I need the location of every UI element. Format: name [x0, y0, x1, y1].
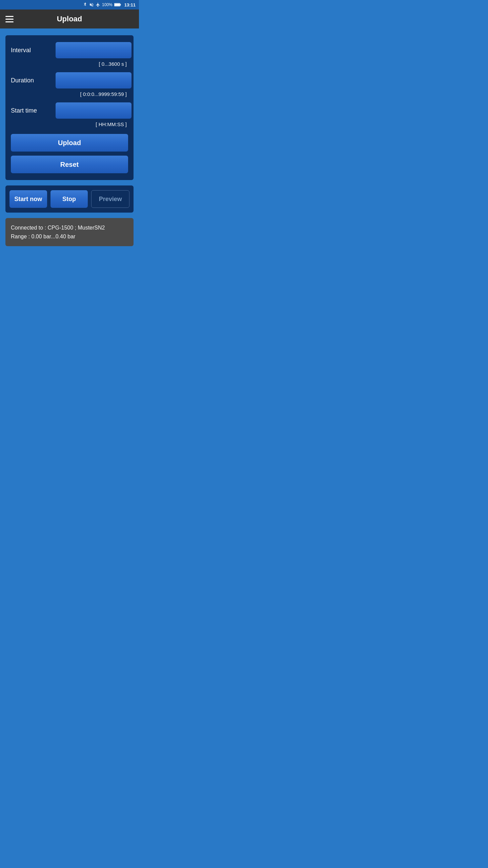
duration-hint: [ 0:0:0...9999:59:59 ]	[11, 91, 128, 97]
status-bar: 100% 13:11	[0, 0, 139, 9]
airplane-icon	[96, 2, 100, 7]
duration-label: Duration	[11, 77, 52, 84]
bluetooth-icon	[83, 2, 87, 7]
duration-row: Duration	[11, 72, 128, 88]
status-line1: Connected to : CPG-1500 ; MusterSN2	[11, 223, 128, 232]
interval-input[interactable]	[56, 42, 131, 58]
status-line2: Range : 0.00 bar...0.40 bar	[11, 232, 128, 241]
duration-input[interactable]	[56, 72, 131, 88]
status-info-box: Connected to : CPG-1500 ; MusterSN2 Rang…	[5, 218, 134, 246]
start-time-input[interactable]	[56, 102, 131, 119]
upload-form-card: Interval [ 0...3600 s ] Duration [ 0:0:0…	[5, 35, 134, 180]
action-buttons-card: Start now Stop Preview	[5, 185, 134, 213]
start-now-button[interactable]: Start now	[9, 190, 47, 208]
svg-rect-1	[120, 4, 121, 5]
battery-icon	[114, 3, 121, 7]
svg-rect-2	[115, 4, 120, 6]
main-content: Interval [ 0...3600 s ] Duration [ 0:0:0…	[0, 28, 139, 260]
status-icons: 100%	[83, 2, 121, 7]
start-time-hint: [ HH:MM:SS ]	[11, 121, 128, 127]
upload-button[interactable]: Upload	[11, 134, 128, 152]
start-time-label: Start time	[11, 107, 52, 114]
status-time: 13:11	[124, 2, 136, 7]
preview-button[interactable]: Preview	[91, 190, 129, 208]
menu-button[interactable]	[5, 16, 14, 22]
start-time-row: Start time	[11, 102, 128, 119]
interval-hint: [ 0...3600 s ]	[11, 61, 128, 67]
page-title: Upload	[20, 15, 119, 23]
interval-row: Interval	[11, 42, 128, 58]
battery-level: 100%	[102, 2, 113, 7]
stop-button[interactable]: Stop	[50, 190, 88, 208]
reset-button[interactable]: Reset	[11, 156, 128, 173]
mute-icon	[89, 2, 94, 7]
app-bar: Upload	[0, 9, 139, 28]
interval-label: Interval	[11, 47, 52, 54]
